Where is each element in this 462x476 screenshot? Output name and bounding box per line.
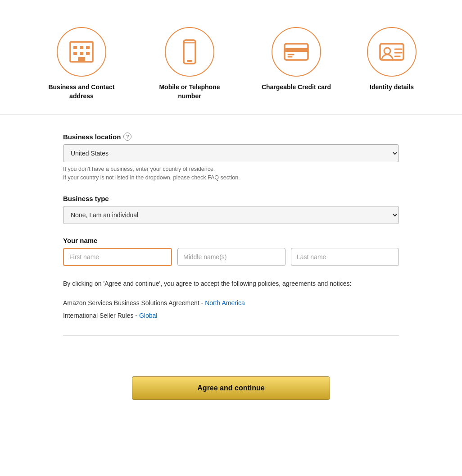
- identity-icon: [367, 27, 417, 77]
- step-mobile: Mobile or Telephone number: [154, 27, 226, 101]
- business-location-hint: If you don't have a business, enter your…: [63, 165, 399, 182]
- business-type-select[interactable]: None, I am an individual Privately-owned…: [63, 206, 399, 224]
- svg-point-16: [384, 48, 390, 54]
- svg-rect-6: [86, 52, 90, 55]
- svg-rect-1: [73, 46, 77, 49]
- business-location-label: Business location ?: [63, 133, 399, 141]
- agreement-links: Amazon Services Business Solutions Agree…: [63, 297, 399, 322]
- middle-name-input[interactable]: [177, 248, 285, 266]
- business-location-group: Business location ? United States Canada…: [63, 133, 399, 182]
- name-inputs-row: [63, 248, 399, 266]
- agreement-text: By clicking on 'Agree and continue', you…: [63, 279, 399, 288]
- agree-continue-button[interactable]: Agree and continue: [132, 376, 330, 400]
- step-credit-card-label: Chargeable Credit card: [262, 83, 331, 92]
- svg-rect-5: [80, 52, 83, 55]
- business-type-label: Business type: [63, 195, 399, 202]
- svg-rect-7: [78, 57, 85, 62]
- building-icon: [57, 27, 106, 77]
- business-location-help-icon[interactable]: ?: [123, 133, 131, 141]
- svg-rect-3: [86, 46, 90, 49]
- global-link[interactable]: Global: [139, 312, 157, 319]
- steps-header: Business and Contact address Mobile or T…: [0, 18, 462, 114]
- agreement-item-2: International Seller Rules - Global: [63, 309, 399, 322]
- divider: [63, 335, 399, 336]
- step-mobile-label: Mobile or Telephone number: [154, 83, 226, 101]
- your-name-group: Your name: [63, 237, 399, 266]
- svg-rect-2: [80, 46, 83, 49]
- step-business-contact-label: Business and Contact address: [45, 83, 118, 101]
- business-location-select[interactable]: United States Canada United Kingdom Germ…: [63, 144, 399, 162]
- first-name-input[interactable]: [63, 248, 172, 266]
- svg-rect-4: [73, 52, 77, 55]
- business-type-group: Business type None, I am an individual P…: [63, 195, 399, 224]
- step-credit-card: Chargeable Credit card: [262, 27, 331, 101]
- north-america-link[interactable]: North America: [205, 299, 245, 307]
- step-business-contact: Business and Contact address: [45, 27, 118, 101]
- credit-card-icon: [272, 27, 321, 77]
- last-name-input[interactable]: [291, 248, 399, 266]
- svg-rect-12: [285, 48, 308, 52]
- agreement-group: By clicking on 'Agree and continue', you…: [63, 279, 399, 322]
- your-name-label: Your name: [63, 237, 399, 244]
- continue-button-wrapper: Agree and continue: [0, 367, 462, 418]
- step-identity-label: Identity details: [370, 83, 414, 92]
- agreement-item-1: Amazon Services Business Solutions Agree…: [63, 297, 399, 309]
- form-area: Business location ? United States Canada…: [0, 128, 462, 367]
- step-identity: Identity details: [367, 27, 417, 101]
- svg-rect-9: [187, 60, 192, 62]
- phone-icon: [165, 27, 214, 77]
